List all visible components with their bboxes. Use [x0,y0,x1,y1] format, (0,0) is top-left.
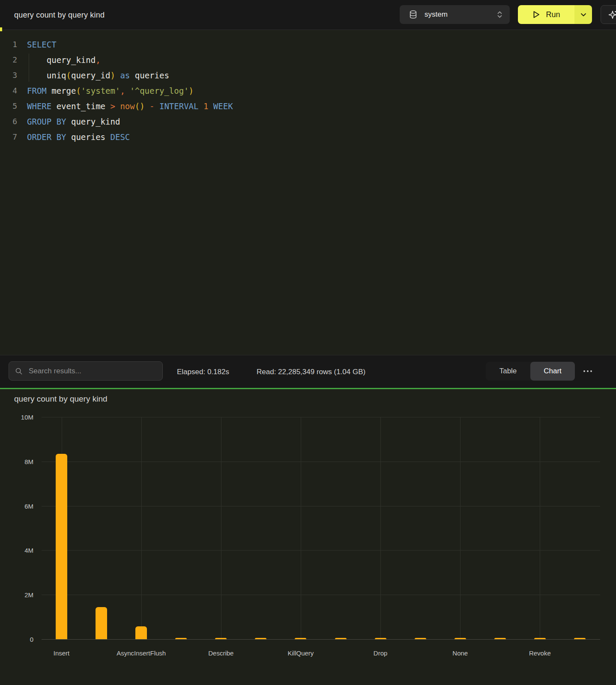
run-options-button[interactable] [574,5,592,24]
code-text: SELECT [17,37,57,52]
chart-title: query count by query kind [14,394,108,404]
x-tick-label-Revoke: Revoke [503,649,576,657]
code-line-3: 3 uniq(query_id) as queries [0,68,616,83]
code-text: uniq(query_id) as queries [17,68,169,83]
database-selector[interactable]: system [400,5,510,24]
query-tab-title: query count by query kind [14,0,105,30]
bar-Revoke[interactable] [534,638,546,639]
y-tick-label: 4M [0,547,33,554]
vertical-gridline [460,417,461,639]
topbar: query count by query kind system [0,0,616,30]
chart-panel: query count by query kind 02M4M6M8M10MIn… [0,389,616,685]
y-tick-label: 6M [0,502,33,509]
ai-assist-button[interactable] [601,5,616,24]
ellipsis-icon [583,370,592,372]
x-tick-label-AsyncInsertFlush: AsyncInsertFlush [105,649,178,657]
x-tick-label-KillQuery: KillQuery [264,649,337,657]
code-line-5: 5WHERE event_time > now() - INTERVAL 1 W… [0,98,616,114]
code-text: query_kind, [17,52,101,68]
read-stat: Read: 22,285,349 rows (1.04 GB) [257,355,365,388]
gridline-10M [42,417,600,417]
code-line-1: 1SELECT [0,37,616,52]
run-button-label: Run [546,10,560,19]
updown-chevron-icon [496,9,503,20]
query-console: query count by query kind system [0,0,616,685]
code-text: WHERE event_time > now() - INTERVAL 1 WE… [17,98,233,114]
sql-editor[interactable]: 1SELECT2 query_kind,3 uniq(query_id) as … [0,30,616,355]
bar-unlabeled-11[interactable] [494,638,506,639]
run-button[interactable]: Run [518,5,592,24]
line-number: 7 [0,129,17,145]
database-icon [409,10,417,19]
bar-unlabeled-1[interactable] [96,607,107,639]
code-text: FROM merge('system', '^query_log') [17,83,194,98]
gridline-2M [42,595,600,595]
bar-Describe[interactable] [215,638,227,639]
y-tick-label: 2M [0,591,33,599]
line-number: 6 [0,114,17,129]
bar-unlabeled-3[interactable] [175,638,187,639]
x-tick-label-None: None [424,649,496,657]
x-axis-line [42,639,600,640]
code-line-6: 6GROUP BY query_kind [0,114,616,129]
view-toggle: Table Chart [486,362,575,381]
y-tick-label: 0 [0,636,33,643]
line-number: 3 [0,68,17,83]
bar-AsyncInsertFlush[interactable] [135,626,147,639]
x-tick-label-Describe: Describe [185,649,257,657]
line-number: 4 [0,83,17,98]
tab-chart[interactable]: Chart [530,362,575,381]
sparkles-icon [607,9,616,21]
y-tick-label: 8M [0,458,33,465]
bar-unlabeled-5[interactable] [255,638,266,639]
tab-table[interactable]: Table [486,362,530,381]
vertical-gridline [301,417,301,639]
x-tick-label-Insert: Insert [25,649,98,657]
gridline-8M [42,462,600,462]
y-tick-label: 10M [0,414,33,421]
code-lines: 1SELECT2 query_kind,3 uniq(query_id) as … [0,37,616,145]
line-number: 2 [0,52,17,68]
vertical-gridline [540,417,540,639]
x-tick-label-Drop: Drop [344,649,417,657]
code-line-7: 7ORDER BY queries DESC [0,129,616,145]
bar-unlabeled-7[interactable] [335,638,347,639]
bar-None[interactable] [455,638,466,639]
line-number: 1 [0,37,17,52]
gridline-6M [42,506,600,506]
bar-unlabeled-13[interactable] [574,638,586,639]
results-toolbar: Elapsed: 0.182s Read: 22,285,349 rows (1… [0,355,616,388]
search-results-box[interactable] [9,361,163,381]
line-number: 5 [0,98,17,114]
more-options-button[interactable] [578,362,597,381]
bar-Insert[interactable] [56,454,67,639]
left-edge-marker [0,27,2,31]
vertical-gridline [380,417,381,639]
search-icon [15,367,23,375]
search-input[interactable] [28,366,156,376]
run-button-main[interactable]: Run [518,5,574,24]
code-line-4: 4FROM merge('system', '^query_log') [0,83,616,98]
bar-Drop[interactable] [375,638,386,639]
vertical-gridline [141,417,142,639]
bar-KillQuery[interactable] [295,638,306,639]
database-selector-value: system [425,10,489,19]
play-icon [532,10,540,19]
code-text: ORDER BY queries DESC [17,129,130,145]
chevron-down-icon [580,13,586,17]
elapsed-stat: Elapsed: 0.182s [177,355,229,388]
code-line-2: 2 query_kind, [0,52,616,68]
vertical-gridline [221,417,221,639]
code-text: GROUP BY query_kind [17,114,120,129]
bar-unlabeled-9[interactable] [415,638,426,639]
gridline-4M [42,550,600,551]
